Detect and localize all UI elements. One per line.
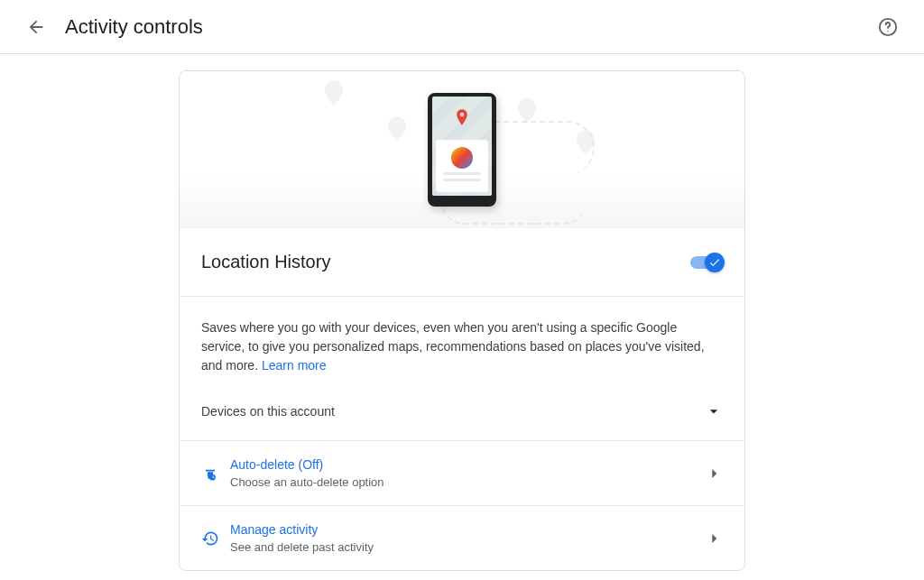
devices-label: Devices on this account <box>201 404 335 419</box>
location-history-card: Location History Saves where you go with… <box>179 70 745 571</box>
manage-activity-title: Manage activity <box>230 522 705 537</box>
location-history-toggle[interactable] <box>690 253 723 272</box>
help-button[interactable] <box>870 9 906 45</box>
description-section: Saves where you go with your devices, ev… <box>180 297 744 391</box>
help-icon <box>878 17 898 37</box>
auto-delete-row[interactable]: Auto-delete (Off) Choose an auto-delete … <box>180 440 744 505</box>
back-button[interactable] <box>18 9 54 45</box>
description-text: Saves where you go with your devices, ev… <box>201 318 723 375</box>
check-icon <box>708 256 721 269</box>
main-content: Location History Saves where you go with… <box>0 54 924 571</box>
page-title: Activity controls <box>65 15 203 39</box>
manage-activity-subtitle: See and delete past activity <box>230 540 705 554</box>
back-arrow-icon <box>26 17 46 37</box>
learn-more-link[interactable]: Learn more <box>262 358 327 373</box>
hero-illustration <box>180 71 744 228</box>
chevron-right-icon <box>705 465 723 483</box>
card-title-row: Location History <box>180 228 744 297</box>
chevron-down-icon <box>705 402 723 420</box>
manage-activity-row[interactable]: Manage activity See and delete past acti… <box>180 505 744 570</box>
auto-delete-icon <box>201 465 219 483</box>
auto-delete-title: Auto-delete (Off) <box>230 457 705 472</box>
card-title: Location History <box>201 252 330 272</box>
devices-expand-row[interactable]: Devices on this account <box>180 391 744 440</box>
svg-point-1 <box>887 30 888 31</box>
auto-delete-subtitle: Choose an auto-delete option <box>230 475 705 489</box>
phone-icon <box>428 93 496 207</box>
app-header: Activity controls <box>0 0 924 54</box>
history-icon <box>201 529 219 548</box>
chevron-right-icon <box>705 529 723 548</box>
